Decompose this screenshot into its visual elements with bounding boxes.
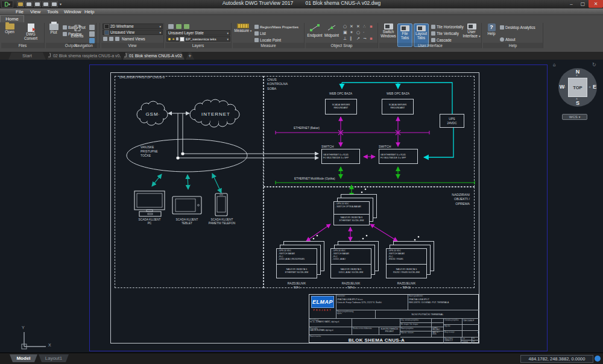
region-mass-button[interactable]: Region/Mass Properties	[254, 25, 298, 29]
home-icon[interactable]: ⌂	[553, 62, 556, 67]
coordinates-display[interactable]: 484.1782, 248.3882, 0.0000	[520, 355, 593, 363]
locate-point-button[interactable]: Locate Point	[254, 38, 281, 42]
tab-doc1-active[interactable]: 01 Blok shema CNUS-A v02	[123, 52, 185, 60]
compass-south[interactable]: S	[574, 100, 581, 106]
sheets-label-cell: Listova	[461, 340, 472, 344]
layer-dropdown[interactable]: ✶ EP_sastavnica teks	[166, 36, 230, 42]
wcs-dropdown[interactable]: WCS	[562, 114, 587, 120]
layout-tab[interactable]: Layout1	[39, 354, 69, 362]
title-block: ELMAP PROJEKT Investitor: ZRAČNA LUKA SP…	[309, 294, 479, 343]
osnap-toggle-icon[interactable]: ▪	[370, 36, 373, 41]
viewcube[interactable]: ⌂ ↻ TOP N S W E ▾ ▴ ▸ ◂ WCS	[554, 64, 602, 122]
osnap-extension-icon[interactable]: ↗	[356, 36, 360, 41]
minimize-button[interactable]: –	[566, 0, 577, 8]
client-phone-label: SCADA KLIJENT PAMETNI TELEFON	[200, 218, 244, 226]
menu-file[interactable]: File	[16, 9, 24, 14]
triangle-right-icon[interactable]: ▸	[564, 84, 566, 89]
menu-view[interactable]: View	[30, 9, 40, 14]
layout-tabs-icon	[417, 25, 426, 31]
osnap-quadrant-icon[interactable]: ✕	[356, 24, 360, 29]
osnap-center-icon[interactable]: ○	[343, 24, 347, 29]
qat-print-icon[interactable]	[34, 1, 41, 7]
cascade-button[interactable]: Cascade	[431, 38, 452, 42]
tab-home[interactable]: Home	[0, 15, 24, 22]
view-state-dropdown[interactable]: Unsaved View	[103, 30, 163, 35]
menu-window[interactable]: Window	[64, 9, 81, 14]
signature-cell	[352, 319, 400, 327]
qat-open-icon[interactable]	[17, 1, 24, 7]
osnap-parallel-icon[interactable]: ∥	[350, 36, 352, 41]
switch-windows-button[interactable]: Switch Windows	[380, 24, 396, 38]
named-views-button[interactable]: Named Views	[122, 37, 145, 41]
panel-layers: Unsaved Layer State ✶ EP_sastavnica teks…	[165, 23, 232, 48]
desktop-analytics-button[interactable]: Desktop Analytics	[500, 25, 535, 30]
triangle-left-icon[interactable]: ◂	[589, 84, 590, 89]
osnap-settings-icon[interactable]: ▪	[370, 24, 373, 29]
view-tool3-icon[interactable]	[115, 37, 119, 41]
layer-thaw-icon[interactable]	[184, 24, 189, 29]
maximize-button[interactable]: ▢	[577, 0, 589, 8]
file-tabs-bar: Start 02 Blok shema raspleta CNUS-a v03 …	[0, 52, 603, 60]
list-button[interactable]: List	[254, 31, 266, 36]
qat-preview-icon[interactable]	[42, 1, 49, 7]
open-button[interactable]: Open	[2, 24, 17, 34]
qat-publish-icon[interactable]	[51, 1, 58, 7]
plot-button[interactable]: Plot	[47, 24, 60, 35]
osnap-apparent-icon[interactable]: ¬	[363, 36, 367, 41]
tile-vertically-button[interactable]: Tile Vertically	[431, 31, 459, 36]
qat-sheetset-icon[interactable]	[25, 1, 33, 7]
osnap-intersection-icon[interactable]: ∴	[363, 24, 365, 29]
visual-style-dropdown[interactable]: 2D Wireframe	[103, 24, 163, 29]
window-title: Autodesk DWG TrueView 2017 01 Blok shema…	[0, 0, 603, 6]
osnap-insertion-icon[interactable]: ▣	[343, 30, 347, 35]
panel-user-interface: Switch Windows File Tabs Layout Tabs Til…	[379, 23, 482, 48]
about-button[interactable]: About	[500, 37, 515, 42]
triangle-up-icon[interactable]: ▴	[576, 96, 578, 100]
new-tab-button[interactable]	[186, 52, 194, 60]
scale-value-cell: -	[463, 325, 479, 331]
osnap-node-icon[interactable]: ✕	[350, 24, 353, 29]
triangle-down-icon[interactable]: ▾	[576, 73, 578, 77]
dwg-convert-button[interactable]: DWG Convert	[21, 24, 41, 40]
close-button[interactable]: ✕	[589, 0, 603, 8]
osnap-perpendicular-icon[interactable]: ⊥	[343, 36, 347, 41]
endpoint-button[interactable]: Endpoint	[307, 24, 323, 37]
menu-help[interactable]: Help	[84, 9, 94, 14]
info-icon	[500, 37, 504, 42]
layer-properties-icon[interactable]	[168, 24, 174, 29]
user-interface-button[interactable]: User Interface	[463, 24, 481, 38]
qat-caret-icon[interactable]: ▾	[60, 2, 62, 6]
osnap-geometric-center-icon[interactable]: ✶	[350, 30, 353, 35]
extents-button[interactable]: Extents	[69, 24, 86, 38]
osnap-nearest-icon[interactable]: ·	[363, 30, 364, 35]
annotation-monitor-icon[interactable]	[595, 356, 601, 362]
midpoint-icon	[324, 24, 339, 33]
rotate-icon[interactable]: ↻	[592, 62, 596, 67]
white-connections	[168, 113, 318, 158]
monitored-objects-label: NADZIRANI OBJEKTI / OPREMA	[437, 193, 470, 206]
panel-title-files: Files	[1, 43, 44, 48]
app-logo-icon[interactable]: D	[1, 1, 13, 8]
help-button[interactable]: Help	[485, 24, 498, 36]
compass-east[interactable]: E	[591, 84, 598, 90]
orbit-icon[interactable]	[89, 31, 95, 37]
osnap-tangent-icon[interactable]: ○	[356, 30, 360, 35]
close-tab-icon[interactable]	[183, 54, 185, 58]
drawing-viewport[interactable]: GSM INTERNET	[0, 60, 603, 353]
tip3-box: - UPS 24 VDC - SWITCH BAKAR - PLC - RS23…	[386, 248, 427, 278]
tile-horizontally-button[interactable]: Tile Horizontally	[431, 25, 464, 29]
menu-tools[interactable]: Tools	[47, 9, 58, 14]
lightbulb-icon	[168, 38, 171, 40]
tab-doc2[interactable]: 02 Blok shema raspleta CNUS-a v03	[47, 52, 122, 60]
pan-icon[interactable]	[89, 25, 95, 30]
measure-button[interactable]: Measure	[234, 24, 252, 33]
layer-state-dropdown[interactable]: Unsaved Layer State	[166, 30, 230, 36]
tab-start[interactable]: Start	[8, 52, 46, 60]
layer-on-icon[interactable]	[176, 24, 182, 29]
viewcube-top-face[interactable]: TOP	[568, 78, 587, 97]
view-tool1-icon[interactable]	[103, 37, 107, 41]
view-tool2-icon[interactable]	[109, 37, 113, 41]
model-tab[interactable]: Model	[10, 354, 37, 362]
midpoint-button[interactable]: Midpoint	[324, 24, 339, 37]
discipline-label-cell: Struka-vrsta elaborata:	[352, 327, 379, 335]
